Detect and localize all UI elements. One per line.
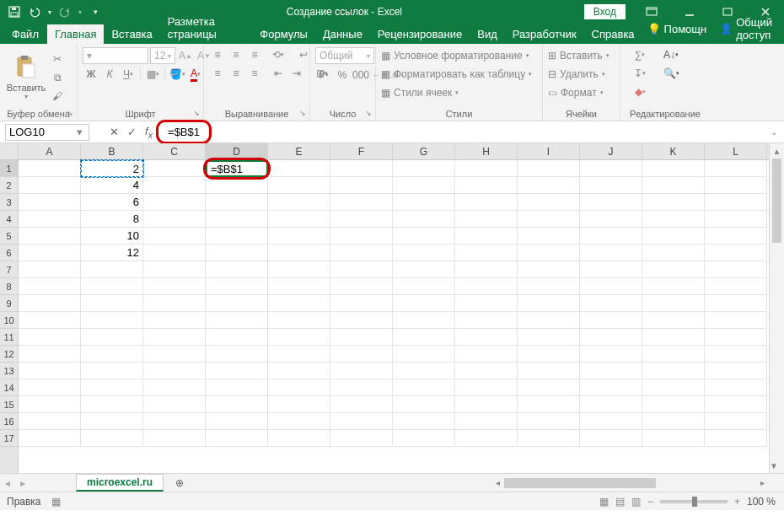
cell-I4[interactable]	[518, 211, 580, 228]
cell-B12[interactable]	[81, 346, 143, 363]
cell-H9[interactable]	[455, 295, 518, 312]
cell-J1[interactable]	[580, 160, 642, 177]
cell-F8[interactable]	[330, 278, 393, 295]
expand-formula-bar-icon[interactable]: ⌄	[771, 127, 777, 137]
column-header-D[interactable]: D	[206, 143, 268, 159]
select-all-corner[interactable]	[0, 143, 18, 160]
cell-H12[interactable]	[455, 346, 518, 363]
align-middle-icon[interactable]: ≡	[228, 47, 244, 62]
cell-B14[interactable]	[81, 379, 143, 396]
row-header-15[interactable]: 15	[0, 396, 18, 413]
cell-D3[interactable]	[206, 194, 268, 211]
cell-H1[interactable]	[455, 160, 518, 177]
row-header-2[interactable]: 2	[0, 177, 18, 194]
column-header-J[interactable]: J	[580, 143, 642, 159]
cell-L15[interactable]	[705, 396, 767, 413]
bold-button[interactable]: Ж	[83, 67, 99, 82]
cell-A4[interactable]	[19, 211, 81, 228]
column-header-L[interactable]: L	[705, 143, 767, 159]
cell-J2[interactable]	[580, 177, 642, 194]
horizontal-scroll-thumb[interactable]	[504, 478, 656, 488]
cell-G1[interactable]	[393, 160, 455, 177]
cell-H3[interactable]	[455, 194, 518, 211]
row-header-12[interactable]: 12	[0, 346, 18, 363]
column-header-B[interactable]: B	[81, 143, 143, 159]
align-center-icon[interactable]: ≡	[228, 66, 244, 81]
row-header-9[interactable]: 9	[0, 295, 18, 312]
column-header-K[interactable]: K	[642, 143, 705, 159]
cell-J11[interactable]	[580, 329, 642, 346]
italic-button[interactable]: К	[101, 67, 118, 82]
alignment-launcher-icon[interactable]: ↘	[299, 109, 306, 117]
zoom-slider[interactable]	[660, 500, 728, 503]
delete-cells-button[interactable]: ⊟Удалить▾	[548, 66, 610, 83]
cell-I12[interactable]	[518, 346, 580, 363]
cell-K17[interactable]	[642, 430, 705, 447]
align-right-icon[interactable]: ≡	[246, 66, 263, 81]
cell-I6[interactable]	[518, 245, 580, 261]
cell-C10[interactable]	[143, 312, 206, 329]
cell-C4[interactable]	[143, 211, 206, 228]
fill-icon[interactable]: ↧▾	[629, 66, 651, 81]
cell-J7[interactable]	[580, 261, 642, 278]
column-header-E[interactable]: E	[268, 143, 330, 159]
cell-F3[interactable]	[330, 194, 393, 211]
scroll-right-icon[interactable]: ▸	[755, 478, 769, 487]
cell-A13[interactable]	[19, 363, 81, 379]
cell-L1[interactable]	[705, 160, 767, 177]
name-box[interactable]: ▾	[5, 124, 89, 141]
tell-me-button[interactable]: 💡Помощн	[642, 20, 712, 38]
cell-G17[interactable]	[393, 430, 455, 447]
paste-button[interactable]: Вставить ▾	[5, 54, 47, 100]
underline-button[interactable]: Ч▾	[120, 67, 137, 82]
cell-L3[interactable]	[705, 194, 767, 211]
sheet-tab-active[interactable]: microexcel.ru	[76, 474, 164, 492]
autosum-icon[interactable]: ∑▾	[629, 47, 651, 62]
currency-icon[interactable]: ₽▾	[315, 67, 332, 83]
cell-B11[interactable]	[81, 329, 143, 346]
formula-input[interactable]: =$B$1	[159, 124, 208, 140]
increase-indent-icon[interactable]: ⇥	[288, 66, 305, 81]
row-header-5[interactable]: 5	[0, 228, 18, 245]
cell-F14[interactable]	[330, 379, 393, 396]
cell-D12[interactable]	[206, 346, 268, 363]
cell-K12[interactable]	[642, 346, 705, 363]
cell-J9[interactable]	[580, 295, 642, 312]
cell-K8[interactable]	[642, 278, 705, 295]
cell-F2[interactable]	[330, 177, 393, 194]
cell-A12[interactable]	[19, 346, 81, 363]
cell-A16[interactable]	[19, 413, 81, 430]
cell-H15[interactable]	[455, 396, 518, 413]
tab-page-layout[interactable]: Разметка страницы	[160, 12, 253, 44]
cell-E3[interactable]	[268, 194, 330, 211]
cell-K10[interactable]	[642, 312, 705, 329]
cell-A17[interactable]	[19, 430, 81, 447]
cell-C7[interactable]	[143, 261, 206, 278]
tab-developer[interactable]: Разработчик	[505, 24, 584, 44]
cell-L12[interactable]	[705, 346, 767, 363]
cell-K2[interactable]	[642, 177, 705, 194]
cell-C3[interactable]	[143, 194, 206, 211]
cell-J14[interactable]	[580, 379, 642, 396]
cell-G4[interactable]	[393, 211, 455, 228]
cell-A7[interactable]	[19, 261, 81, 278]
cancel-formula-icon[interactable]: ✕	[110, 126, 119, 138]
fx-icon[interactable]: fx	[145, 125, 153, 140]
cell-A5[interactable]	[19, 228, 81, 245]
cell-B13[interactable]	[81, 363, 143, 379]
cell-K4[interactable]	[642, 211, 705, 228]
row-header-7[interactable]: 7	[0, 261, 18, 278]
cell-C9[interactable]	[143, 295, 206, 312]
cell-H5[interactable]	[455, 228, 518, 245]
fill-color-icon[interactable]: 🪣▾	[169, 67, 185, 82]
tab-help[interactable]: Справка	[584, 24, 642, 44]
cell-B17[interactable]	[81, 430, 143, 447]
cell-K1[interactable]	[642, 160, 705, 177]
cell-F4[interactable]	[330, 211, 393, 228]
cell-G5[interactable]	[393, 228, 455, 245]
cell-B9[interactable]	[81, 295, 143, 312]
cell-E10[interactable]	[268, 312, 330, 329]
cell-E6[interactable]	[268, 245, 330, 261]
tab-view[interactable]: Вид	[470, 24, 505, 44]
cell-C13[interactable]	[143, 363, 206, 379]
